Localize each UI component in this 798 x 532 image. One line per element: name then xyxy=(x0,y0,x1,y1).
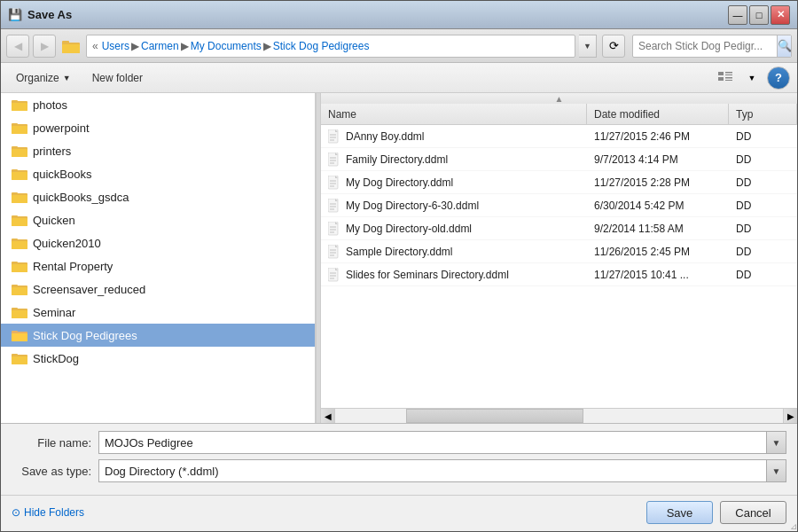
filename-input[interactable] xyxy=(98,431,767,454)
forward-button[interactable]: ▶ xyxy=(33,35,56,58)
footer: ⊙ Hide Folders Save Cancel ⊿ xyxy=(1,495,797,531)
titlebar: 💾 Save As — □ ✕ xyxy=(1,1,797,29)
filename-label: File name: xyxy=(12,436,91,450)
file-item[interactable]: DAnny Boy.ddml 11/27/2015 2:46 PM DD xyxy=(321,125,797,148)
folder-item[interactable]: Rental Property xyxy=(1,254,315,278)
resize-handle[interactable]: ⊿ xyxy=(786,520,797,531)
column-type[interactable]: Typ xyxy=(729,104,797,124)
toolbar: Organize ▼ New folder ▼ ? xyxy=(1,63,797,93)
svg-rect-7 xyxy=(725,77,732,79)
folder-name: Rental Property xyxy=(33,260,113,273)
svg-rect-17 xyxy=(12,146,18,149)
folder-item[interactable]: printers xyxy=(1,139,315,162)
scroll-thumb[interactable] xyxy=(406,409,583,423)
folder-item[interactable]: Quicken xyxy=(1,208,315,231)
file-date: 11/27/2015 10:41 ... xyxy=(587,269,729,281)
organize-dropdown-icon: ▼ xyxy=(63,74,71,82)
toolbar-right: ▼ ? xyxy=(714,66,790,90)
svg-rect-43 xyxy=(12,356,27,364)
filetype-input[interactable] xyxy=(98,459,767,482)
file-type: DD xyxy=(729,130,797,143)
breadcrumb-current[interactable]: Stick Dog Pedigrees xyxy=(273,40,370,52)
organize-button[interactable]: Organize ▼ xyxy=(8,66,79,90)
filetype-dropdown[interactable]: ▼ xyxy=(767,459,786,482)
help-button[interactable]: ? xyxy=(767,66,790,90)
sort-indicator: ▲ xyxy=(555,94,564,104)
filetype-row: Save as type: ▼ xyxy=(12,459,786,482)
file-type: DD xyxy=(729,269,797,281)
breadcrumb-mydocs[interactable]: My Documents xyxy=(191,40,262,52)
file-list-panel: ▲ Name Date modified Typ DAnny Boy.ddml … xyxy=(321,93,797,423)
file-type: DD xyxy=(729,153,797,166)
search-input[interactable] xyxy=(633,40,777,52)
breadcrumb-dropdown[interactable]: ▼ xyxy=(579,35,597,58)
file-list-header: Name Date modified Typ xyxy=(321,104,797,125)
svg-rect-34 xyxy=(12,287,27,295)
svg-rect-25 xyxy=(12,218,27,226)
close-button[interactable]: ✕ xyxy=(771,5,790,25)
svg-rect-13 xyxy=(12,126,27,134)
folder-item[interactable]: Quicken2010 xyxy=(1,231,315,254)
svg-rect-14 xyxy=(12,123,18,126)
file-item[interactable]: My Dog Directory-old.ddml 9/2/2014 11:58… xyxy=(321,217,797,240)
folder-item[interactable]: quickBooks_gsdca xyxy=(1,185,315,208)
refresh-button[interactable]: ⟳ xyxy=(602,35,625,58)
file-item[interactable]: My Dog Directory.ddml 11/27/2015 2:28 PM… xyxy=(321,171,797,194)
file-item[interactable]: Sample Directory.ddml 11/26/2015 2:45 PM… xyxy=(321,240,797,263)
svg-rect-23 xyxy=(12,192,18,195)
file-list-body: DAnny Boy.ddml 11/27/2015 2:46 PM DD Fam… xyxy=(321,125,797,408)
svg-rect-1 xyxy=(62,44,80,53)
folder-name: powerpoint xyxy=(33,121,90,135)
folder-item[interactable]: Seminar xyxy=(1,301,315,324)
column-name[interactable]: Name xyxy=(321,104,587,124)
footer-actions: Save Cancel xyxy=(646,501,786,524)
file-date: 9/2/2014 11:58 AM xyxy=(587,223,729,235)
scroll-right-button[interactable]: ▶ xyxy=(783,409,797,423)
search-button[interactable]: 🔍 xyxy=(777,35,792,57)
location-folder-icon xyxy=(61,36,81,56)
svg-rect-6 xyxy=(718,77,724,81)
cancel-button[interactable]: Cancel xyxy=(720,501,786,524)
file-type: DD xyxy=(729,200,797,212)
save-button[interactable]: Save xyxy=(646,501,713,524)
svg-rect-16 xyxy=(12,149,27,157)
minimize-button[interactable]: — xyxy=(728,5,747,25)
file-name: Sample Directory.ddml xyxy=(321,245,587,259)
folder-name: Quicken2010 xyxy=(33,237,101,250)
svg-rect-44 xyxy=(12,354,18,356)
new-folder-button[interactable]: New folder xyxy=(84,66,151,90)
folder-icon xyxy=(12,237,27,249)
column-date[interactable]: Date modified xyxy=(587,104,729,124)
horizontal-scrollbar[interactable]: ◀ ▶ xyxy=(321,408,797,423)
folder-item[interactable]: StickDog xyxy=(1,347,315,370)
file-item[interactable]: Slides for Seminars Directory.ddml 11/27… xyxy=(321,263,797,286)
view-dropdown-button[interactable]: ▼ xyxy=(740,66,763,90)
back-button[interactable]: ◀ xyxy=(6,35,29,58)
filename-dropdown[interactable]: ▼ xyxy=(767,431,786,454)
navbar: ◀ ▶ « Users ▶ Carmen ▶ My Documents ▶ St… xyxy=(1,29,797,63)
new-folder-label: New folder xyxy=(92,72,143,84)
breadcrumb-bar[interactable]: « Users ▶ Carmen ▶ My Documents ▶ Stick … xyxy=(86,35,575,58)
file-item[interactable]: My Dog Directory-6-30.ddml 6/30/2014 5:4… xyxy=(321,194,797,217)
search-bar: 🔍 xyxy=(632,35,792,58)
scroll-left-button[interactable]: ◀ xyxy=(321,409,335,423)
folder-icon xyxy=(12,260,27,272)
svg-rect-19 xyxy=(12,172,27,180)
folder-tree: photos powerpoint printers quickBooks qu… xyxy=(1,93,316,423)
svg-rect-11 xyxy=(12,100,18,103)
folder-item[interactable]: Stick Dog Pedigrees xyxy=(1,324,315,347)
folder-name: StickDog xyxy=(33,352,79,365)
breadcrumb-carmen[interactable]: Carmen xyxy=(141,40,179,52)
view-button[interactable] xyxy=(714,66,737,90)
file-date: 9/7/2013 4:14 PM xyxy=(587,153,729,166)
scroll-track[interactable] xyxy=(335,409,783,423)
folder-item[interactable]: powerpoint xyxy=(1,116,315,139)
breadcrumb-users[interactable]: Users xyxy=(102,40,129,52)
folder-item[interactable]: quickBooks xyxy=(1,162,315,185)
hide-folders-icon: ⊙ xyxy=(12,506,20,519)
file-item[interactable]: Family Directory.ddml 9/7/2013 4:14 PM D… xyxy=(321,148,797,171)
maximize-button[interactable]: □ xyxy=(749,5,769,25)
hide-folders-button[interactable]: ⊙ Hide Folders xyxy=(12,506,84,519)
folder-item[interactable]: photos xyxy=(1,93,315,116)
folder-item[interactable]: Screensaver_reduced xyxy=(1,278,315,301)
